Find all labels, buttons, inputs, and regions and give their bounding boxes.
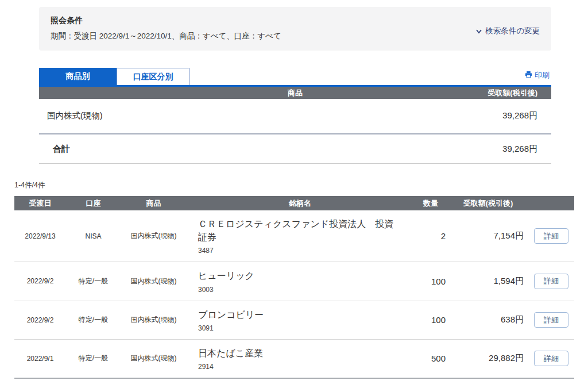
tab-bar: 商品別 口座区分別 印刷 (39, 68, 551, 87)
detail-header-row: 受渡日 口座 商品 銘柄名 数量 受取額(税引後) (14, 196, 574, 210)
tab-by-product[interactable]: 商品別 (39, 68, 117, 85)
settlement-date: 2022/9/1 (14, 339, 66, 378)
security-cell: ＣＲＥロジスティクスファンド投資法人 投資証券 3487 (187, 210, 413, 262)
received-amount: 638円 (448, 301, 528, 339)
action-cell: 詳細 (528, 210, 574, 262)
received-amount: 1,594円 (448, 262, 528, 301)
conditions-title: 照会条件 (51, 16, 540, 26)
col-header-amount: 受取額(税引後) (448, 196, 528, 210)
security-name: ＣＲＥロジスティクスファンド投資法人 投資証券 (198, 217, 396, 244)
col-header-security-name: 銘柄名 (187, 196, 413, 210)
tab-by-account-type-label: 口座区分別 (133, 72, 173, 82)
detail-button[interactable]: 詳細 (534, 351, 568, 366)
security-name: 日本たばこ産業 (198, 347, 396, 360)
tab-by-product-label: 商品別 (66, 71, 90, 82)
lower-section: 1-4件/4件 受渡日 口座 商品 銘柄名 数量 受取額(税引後) 2022/9… (14, 180, 574, 379)
received-amount: 7,154円 (448, 210, 528, 262)
account-type: 特定/一般 (66, 301, 121, 339)
table-row: 2022/9/13 NISA 国内株式(現物) ＣＲＥロジスティクスファンド投資… (14, 210, 574, 262)
security-cell: ブロンコビリー 3091 (187, 301, 413, 339)
table-row: 2022/9/1 特定/一般 国内株式(現物) 日本たばこ産業 2914 500… (14, 339, 574, 378)
security-code: 3091 (198, 324, 396, 332)
security-cell: ヒューリック 3003 (187, 262, 413, 301)
col-header-settlement-date: 受渡日 (14, 196, 66, 210)
summary-col-amount: 受取額(税引後) (488, 88, 537, 98)
summary-product-amount: 39,268円 (502, 110, 537, 121)
received-amount: 29,882円 (448, 339, 528, 378)
summary-col-product: 商品 (288, 88, 303, 98)
summary-total-row: 合計 39,268円 (39, 135, 551, 164)
summary-row: 国内株式(現物) 39,268円 (39, 99, 551, 133)
table-row: 2022/9/2 特定/一般 国内株式(現物) ヒューリック 3003 100 … (14, 262, 574, 301)
chevron-down-icon (475, 28, 482, 34)
action-cell: 詳細 (528, 262, 574, 301)
security-name: ヒューリック (198, 269, 396, 282)
detail-button[interactable]: 詳細 (534, 274, 568, 289)
security-cell: 日本たばこ産業 2914 (187, 339, 413, 378)
col-header-product: 商品 (121, 196, 187, 210)
print-link[interactable]: 印刷 (525, 70, 550, 80)
settlement-date: 2022/9/13 (14, 210, 66, 262)
print-label: 印刷 (535, 70, 550, 80)
settlement-date: 2022/9/2 (14, 301, 66, 339)
account-type: 特定/一般 (66, 262, 121, 301)
summary-product-name: 国内株式(現物) (47, 110, 103, 121)
settlement-date: 2022/9/2 (14, 262, 66, 301)
quantity: 500 (413, 339, 448, 378)
account-type: 特定/一般 (66, 339, 121, 378)
security-code: 3003 (198, 286, 396, 294)
quantity: 2 (413, 210, 448, 262)
printer-icon (525, 71, 532, 80)
tab-by-account-type[interactable]: 口座区分別 (117, 68, 189, 85)
payment-detail-table: 受渡日 口座 商品 銘柄名 数量 受取額(税引後) 2022/9/13 NISA… (14, 196, 574, 379)
action-cell: 詳細 (528, 301, 574, 339)
product-type: 国内株式(現物) (121, 210, 187, 262)
total-amount: 39,268円 (502, 144, 537, 155)
detail-button[interactable]: 詳細 (534, 312, 568, 328)
account-type: NISA (66, 210, 121, 262)
product-type: 国内株式(現物) (121, 339, 187, 378)
security-code: 2914 (198, 363, 396, 371)
inquiry-conditions-panel: 照会条件 期間：受渡日 2022/9/1～2022/10/1、商品：すべて、口座… (39, 7, 551, 51)
detail-button[interactable]: 詳細 (534, 228, 568, 244)
col-header-account: 口座 (66, 196, 121, 210)
table-row: 2022/9/2 特定/一般 国内株式(現物) ブロンコビリー 3091 100… (14, 301, 574, 339)
total-label: 合計 (53, 144, 70, 155)
action-cell: 詳細 (528, 339, 574, 378)
upper-section: 照会条件 期間：受渡日 2022/9/1～2022/10/1、商品：すべて、口座… (39, 7, 551, 164)
col-header-actions (528, 196, 574, 210)
summary-table: 商品 受取額(税引後) 国内株式(現物) 39,268円 合計 39,268円 (39, 87, 551, 164)
result-count: 1-4件/4件 (14, 180, 574, 190)
quantity: 100 (413, 301, 448, 339)
product-type: 国内株式(現物) (121, 262, 187, 301)
col-header-quantity: 数量 (413, 196, 448, 210)
summary-table-header: 商品 受取額(税引後) (39, 87, 551, 99)
quantity: 100 (413, 262, 448, 301)
product-type: 国内株式(現物) (121, 301, 187, 339)
security-name: ブロンコビリー (198, 308, 396, 321)
conditions-description: 期間：受渡日 2022/9/1～2022/10/1、商品：すべて、口座：すべて (51, 31, 540, 41)
change-search-conditions-label: 検索条件の変更 (485, 26, 540, 36)
security-code: 3487 (198, 247, 396, 255)
change-search-conditions-link[interactable]: 検索条件の変更 (475, 26, 540, 36)
